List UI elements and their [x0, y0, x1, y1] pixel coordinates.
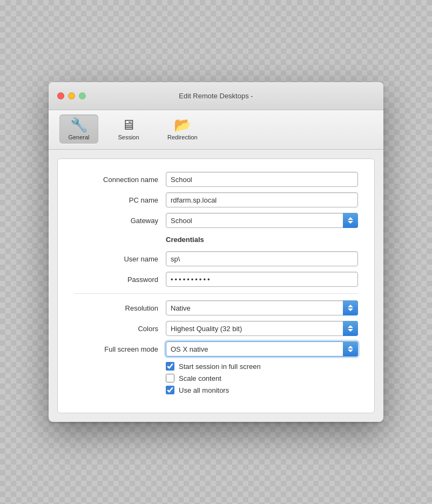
- pc-name-field: [166, 192, 358, 207]
- start-full-screen-label: Start session in full screen: [179, 362, 261, 371]
- resolution-field: Native: [166, 300, 358, 315]
- resolution-label: Resolution: [74, 304, 166, 312]
- divider: [74, 293, 358, 294]
- user-name-input[interactable]: [166, 251, 358, 266]
- colors-field: Highest Quality (32 bit): [166, 321, 358, 336]
- user-name-field: [166, 251, 358, 266]
- full-screen-select-wrapper: OS X native: [166, 341, 358, 357]
- password-input[interactable]: [166, 272, 358, 287]
- scale-content-row: Scale content: [74, 374, 358, 382]
- redirect-icon: 📂: [174, 118, 191, 132]
- use-all-monitors-row: Use all monitors: [74, 386, 358, 394]
- gateway-select-wrapper: School: [166, 213, 358, 228]
- toolbar: 🔧 General 🖥 Session 📂 Redirection: [49, 110, 383, 150]
- pc-name-label: PC name: [74, 196, 166, 204]
- scale-content-label: Scale content: [179, 374, 221, 382]
- password-field: [166, 272, 358, 287]
- connection-name-label: Connection name: [74, 176, 166, 184]
- close-button[interactable]: [57, 92, 64, 99]
- tab-general-label: General: [68, 134, 89, 140]
- wrench-icon: 🔧: [70, 118, 87, 132]
- tab-redirection[interactable]: 📂 Redirection: [159, 115, 206, 144]
- traffic-lights: [57, 92, 86, 99]
- colors-row: Colors Highest Quality (32 bit): [74, 321, 358, 336]
- maximize-button[interactable]: [79, 92, 86, 99]
- start-full-screen-checkbox[interactable]: [166, 362, 174, 371]
- full-screen-mode-field: OS X native: [166, 341, 358, 357]
- credentials-header-row: Credentials: [74, 233, 358, 248]
- minimize-button[interactable]: [68, 92, 75, 99]
- full-screen-select[interactable]: OS X native: [166, 341, 358, 357]
- user-name-label: User name: [74, 255, 166, 263]
- colors-select[interactable]: Highest Quality (32 bit): [166, 321, 358, 336]
- form-panel: Connection name PC name Gateway School: [57, 158, 375, 413]
- titlebar: Edit Remote Desktops -: [49, 82, 383, 110]
- password-label: Password: [74, 275, 166, 284]
- credentials-header: Credentials: [166, 236, 212, 244]
- start-full-screen-row: Start session in full screen: [74, 362, 358, 371]
- connection-name-input[interactable]: [166, 172, 358, 187]
- use-all-monitors-label: Use all monitors: [179, 386, 229, 394]
- gateway-row: Gateway School: [74, 213, 358, 228]
- connection-name-row: Connection name: [74, 172, 358, 187]
- password-row: Password: [74, 272, 358, 287]
- pc-name-row: PC name: [74, 192, 358, 207]
- colors-label: Colors: [74, 325, 166, 333]
- tab-general[interactable]: 🔧 General: [59, 115, 98, 144]
- connection-name-field: [166, 172, 358, 187]
- gateway-label: Gateway: [74, 217, 166, 225]
- gateway-field: School: [166, 213, 358, 228]
- window-title: Edit Remote Desktops -: [179, 92, 253, 100]
- main-window: Edit Remote Desktops - 🔧 General 🖥 Sessi…: [49, 82, 383, 422]
- scale-content-checkbox[interactable]: [166, 374, 174, 382]
- user-name-row: User name: [74, 251, 358, 266]
- monitor-icon: 🖥: [122, 118, 136, 132]
- full-screen-mode-row: Full screen mode OS X native: [74, 341, 358, 357]
- colors-select-wrapper: Highest Quality (32 bit): [166, 321, 358, 336]
- tab-session-label: Session: [118, 134, 139, 140]
- use-all-monitors-checkbox[interactable]: [166, 386, 174, 394]
- resolution-select[interactable]: Native: [166, 300, 358, 315]
- resolution-select-wrapper: Native: [166, 300, 358, 315]
- tab-redirection-label: Redirection: [167, 134, 198, 140]
- gateway-select[interactable]: School: [166, 213, 358, 228]
- pc-name-input[interactable]: [166, 192, 358, 207]
- resolution-row: Resolution Native: [74, 300, 358, 315]
- full-screen-mode-label: Full screen mode: [74, 345, 166, 353]
- tab-session[interactable]: 🖥 Session: [109, 115, 148, 144]
